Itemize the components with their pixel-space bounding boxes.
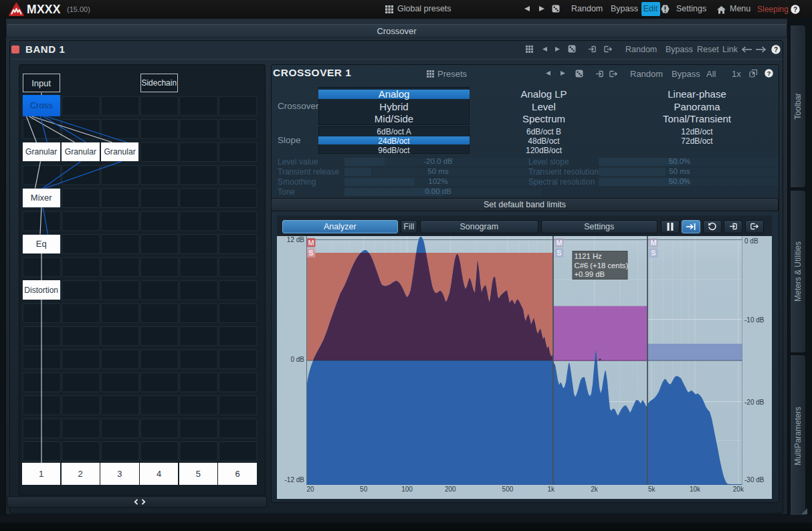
svg-text:+0.99 dB: +0.99 dB	[575, 270, 605, 278]
svg-text:S: S	[651, 249, 655, 257]
svg-text:M: M	[556, 238, 562, 246]
svg-text:1121 Hz: 1121 Hz	[575, 251, 603, 259]
svg-text:M: M	[650, 238, 656, 246]
svg-text:M: M	[308, 238, 314, 246]
svg-text:?: ?	[774, 45, 778, 53]
svg-text:S: S	[556, 249, 561, 257]
svg-text:?: ?	[767, 70, 771, 76]
svg-text:?: ?	[793, 5, 797, 13]
svg-text:C#6 (+18 cents): C#6 (+18 cents)	[575, 261, 629, 269]
svg-text:S: S	[308, 249, 313, 257]
